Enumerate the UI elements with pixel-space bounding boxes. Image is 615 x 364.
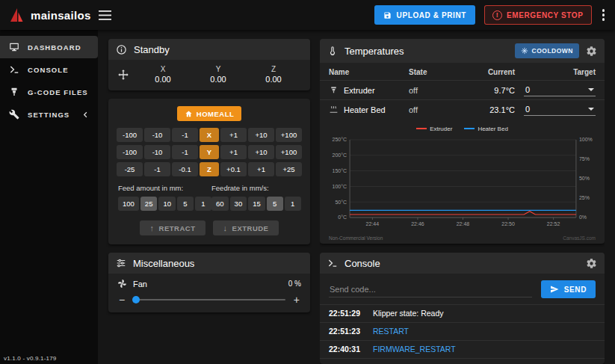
fan-slider[interactable] [133, 299, 285, 300]
fan-value: 0 % [288, 280, 301, 288]
feed-amount-100[interactable]: 100 [118, 197, 139, 211]
home-all-button[interactable]: HOMEALL [177, 106, 241, 121]
fan-increase-button[interactable]: + [292, 294, 301, 305]
jog-y-plus-100[interactable]: +100 [276, 145, 302, 159]
console-entry-time: 22:51:29 [329, 309, 364, 318]
jog-x-minus-1[interactable]: -1 [172, 128, 198, 142]
retract-label: RETRACT [159, 224, 196, 232]
jog-x-plus-10[interactable]: +10 [248, 128, 274, 142]
save-upload-icon [383, 11, 392, 19]
column-header-name: Name [329, 68, 409, 76]
sidebar-item-dashboard[interactable]: DASHBOARD [0, 36, 98, 58]
heater-bed-target-value: 0 [525, 105, 530, 114]
jog-x-minus-10[interactable]: -10 [144, 128, 170, 142]
jog-y-minus-10[interactable]: -10 [144, 145, 170, 159]
fan-slider-thumb[interactable] [132, 296, 140, 303]
svg-text:22:48: 22:48 [457, 221, 470, 226]
console-entry-command[interactable]: FIRMWARE_RESTART [373, 345, 456, 354]
extrude-button[interactable]: ↓ EXTRUDE [213, 220, 279, 235]
miscellaneous-title: Miscellaneous [133, 258, 194, 269]
jog-z-minus-1[interactable]: -1 [144, 162, 170, 176]
miscellaneous-card: Miscellaneous Fan 0 % − [108, 253, 310, 312]
topbar: mainsailos UPLOAD & PRINT ! EMERGENCY ST… [0, 0, 615, 30]
kebab-menu-button[interactable] [599, 6, 608, 24]
legend-item-heater-bed[interactable]: Heater Bed [464, 126, 507, 132]
sidebar-item-gcode-files[interactable]: G-CODE FILES [0, 81, 98, 103]
temperature-table-header: Name State Current Target [320, 63, 605, 80]
temperature-line-chart: 0°C50°C100°C150°C200°C250°C0%25%50%75%10… [323, 134, 602, 232]
jog-y-minus-1[interactable]: -1 [172, 145, 198, 159]
jog-z-minus-25[interactable]: -25 [117, 162, 143, 176]
column-header-target: Target [515, 68, 596, 76]
sidebar-collapse-chevron-icon[interactable] [81, 111, 90, 119]
jog-y-minus-100[interactable]: -100 [117, 145, 143, 159]
feed-amount-group: Feed amount in mm: 100 25 10 5 1 [118, 184, 211, 211]
axis-y-position: Y 0.00 [191, 65, 246, 84]
sidebar-item-label: CONSOLE [28, 66, 69, 74]
legend-item-extruder[interactable]: Extruder [416, 126, 452, 132]
jog-x-plus-1[interactable]: +1 [220, 128, 247, 142]
jog-x-plus-100[interactable]: +100 [276, 128, 302, 142]
temperatures-settings-button[interactable] [586, 46, 597, 57]
emergency-stop-button[interactable]: ! EMERGENCY STOP [484, 5, 592, 25]
axis-y-label: Y [191, 65, 246, 73]
console-entry-command[interactable]: RESTART [373, 327, 409, 336]
heater-state: off [409, 86, 463, 95]
feed-amount-10[interactable]: 10 [158, 197, 176, 211]
feedrate-15[interactable]: 15 [248, 197, 265, 211]
retract-button[interactable]: ↑ RETRACT [140, 220, 205, 235]
feed-amount-5[interactable]: 5 [177, 197, 194, 211]
home-z-button[interactable]: Z [200, 162, 219, 176]
legend-label: Extruder [430, 126, 452, 132]
feedrate-60[interactable]: 60 [211, 197, 229, 211]
jog-z-plus-1[interactable]: +1 [248, 162, 274, 176]
jog-y-plus-1[interactable]: +1 [220, 145, 247, 159]
feed-amount-25[interactable]: 25 [140, 197, 158, 211]
svg-text:250°C: 250°C [333, 138, 347, 143]
gear-icon [586, 258, 597, 269]
console-entry: 22:33:59 Klipper state: Shutdown [320, 358, 605, 364]
heater-bed-target-select[interactable]: 0 [524, 104, 596, 116]
extruder-line-swatch-icon [416, 128, 427, 129]
jog-z-minus-01[interactable]: -0.1 [172, 162, 198, 176]
upload-print-button[interactable]: UPLOAD & PRINT [374, 5, 475, 25]
fan-decrease-button[interactable]: − [117, 294, 126, 305]
alert-circle-icon: ! [492, 10, 502, 20]
jog-z-plus-01[interactable]: +0.1 [220, 162, 247, 176]
console-entry: 22:51:29 Klipper state: Ready [320, 304, 605, 322]
axis-z-value: 0.00 [246, 75, 301, 84]
home-all-label: HOMEALL [197, 110, 234, 118]
legend-label: Heater Bed [478, 126, 507, 132]
feed-amount-label: Feed amount in mm: [118, 184, 211, 192]
cooldown-button[interactable]: COOLDOWN [515, 43, 579, 58]
hamburger-icon [99, 10, 111, 20]
jog-x-minus-100[interactable]: -100 [117, 128, 143, 142]
home-y-button[interactable]: Y [200, 145, 219, 159]
heater-name: Extruder [344, 86, 375, 95]
extruder-target-select[interactable]: 0 [524, 84, 596, 96]
feedrate-30[interactable]: 30 [230, 197, 247, 211]
sidebar-item-console[interactable]: CONSOLE [0, 58, 98, 81]
chart-watermarks: Non-Commercial Version CanvasJS.com [323, 235, 602, 241]
jog-y-plus-10[interactable]: +10 [248, 145, 274, 159]
console-settings-button[interactable] [586, 258, 597, 269]
svg-text:22:50: 22:50 [501, 221, 515, 226]
axes-position-row: X 0.00 Y 0.00 Z 0.00 [108, 60, 310, 90]
main-content: Standby X 0.00 Y 0.00 Z [98, 30, 615, 364]
send-plane-icon [550, 285, 559, 294]
console-command-input[interactable] [329, 282, 532, 297]
console-entry: 22:40:31 FIRMWARE_RESTART [320, 340, 605, 358]
jog-z-plus-25[interactable]: +25 [276, 162, 302, 176]
send-button[interactable]: SEND [541, 280, 596, 298]
column-header-current: Current [463, 68, 515, 76]
feedrate-5[interactable]: 5 [267, 197, 283, 211]
feedrate-1[interactable]: 1 [285, 197, 301, 211]
sidebar-item-settings[interactable]: SETTINGS [0, 103, 98, 126]
home-x-button[interactable]: X [200, 128, 219, 142]
menu-button[interactable] [96, 7, 114, 23]
fan-label: Fan [133, 280, 147, 289]
feed-amount-1[interactable]: 1 [195, 197, 211, 211]
svg-text:75%: 75% [579, 157, 590, 162]
jog-row-y: -100 -10 -1 Y +1 +10 +100 [114, 145, 304, 159]
brand: mainsailos [7, 6, 96, 24]
